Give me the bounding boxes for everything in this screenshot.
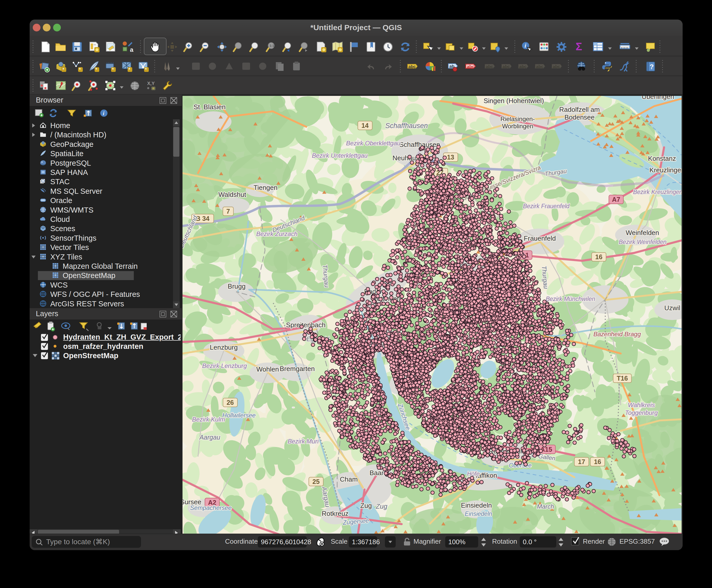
svg-text:Bezirk Weinfelden: Bezirk Weinfelden bbox=[619, 238, 667, 245]
svg-text:A7: A7 bbox=[612, 196, 620, 203]
svg-text:T16: T16 bbox=[617, 375, 628, 382]
svg-text:abc: abc bbox=[467, 64, 474, 69]
svg-text:Frauenfeld: Frauenfeld bbox=[524, 234, 556, 242]
svg-text:Toggenburg: Toggenburg bbox=[625, 409, 658, 416]
svg-text:16: 16 bbox=[595, 253, 603, 260]
svg-text:Lenzburg: Lenzburg bbox=[210, 343, 238, 351]
svg-text:Wahlkreis: Wahlkreis bbox=[628, 401, 655, 408]
svg-text:*: * bbox=[128, 67, 130, 72]
svg-text:Rotkreuz: Rotkreuz bbox=[322, 510, 348, 518]
svg-text:Einsiedeln: Einsiedeln bbox=[465, 510, 492, 517]
svg-text:abc: abc bbox=[503, 64, 510, 69]
svg-text:Höfe: Höfe bbox=[467, 470, 480, 477]
svg-text:abc: abc bbox=[486, 64, 493, 69]
svg-text:Sempachersee: Sempachersee bbox=[190, 504, 231, 511]
svg-text:Rielasingen-: Rielasingen- bbox=[500, 115, 535, 122]
svg-text:*: * bbox=[95, 67, 98, 72]
svg-text:17: 17 bbox=[578, 458, 585, 465]
svg-text:*: * bbox=[79, 67, 81, 72]
svg-text:16: 16 bbox=[594, 458, 601, 465]
svg-text:Einsiedeln: Einsiedeln bbox=[461, 501, 492, 509]
svg-text:*: * bbox=[62, 67, 64, 72]
svg-text:*: * bbox=[112, 67, 114, 72]
svg-text:Waldshut: Waldshut bbox=[218, 191, 246, 198]
svg-text:Wohlen: Wohlen bbox=[256, 365, 279, 373]
svg-text:Bezirk Frauenfeld: Bezirk Frauenfeld bbox=[523, 203, 570, 209]
svg-text:Worblingen: Worblingen bbox=[502, 123, 533, 130]
svg-text:14: 14 bbox=[361, 122, 369, 129]
svg-text:*: * bbox=[145, 67, 147, 72]
svg-text:Schaffhausen: Schaffhausen bbox=[385, 122, 428, 130]
svg-text:X,Y: X,Y bbox=[147, 81, 155, 86]
svg-text:Kreuzlingen: Kreuzlingen bbox=[649, 166, 683, 174]
svg-text:?: ? bbox=[650, 63, 654, 70]
svg-text:March: March bbox=[537, 503, 554, 510]
svg-text:Uzwil: Uzwil bbox=[664, 304, 680, 312]
svg-text:Bazenheid Bragg: Bazenheid Bragg bbox=[593, 331, 641, 338]
svg-text:Radolfzell am: Radolfzell am bbox=[559, 106, 600, 113]
svg-text:Bezirk Unterklettgau: Bezirk Unterklettgau bbox=[312, 152, 368, 159]
svg-text:Zug: Zug bbox=[375, 502, 387, 510]
svg-text:a: a bbox=[130, 46, 134, 53]
svg-text:i: i bbox=[103, 110, 104, 116]
svg-text:Bezirk Kreuzlingen: Bezirk Kreuzlingen bbox=[633, 189, 683, 195]
svg-text:Bodensee: Bodensee bbox=[564, 113, 594, 121]
svg-text:Cham: Cham bbox=[340, 476, 358, 483]
svg-text:Σ: Σ bbox=[576, 41, 582, 52]
svg-text:Weinfelden: Weinfelden bbox=[626, 229, 659, 236]
svg-text:25: 25 bbox=[312, 478, 320, 485]
svg-text:Bezirk Oberklettgau: Bezirk Oberklettgau bbox=[346, 140, 401, 147]
svg-text:1:1: 1:1 bbox=[270, 44, 274, 48]
svg-text:7: 7 bbox=[226, 208, 230, 215]
svg-text:Überlingen: Überlingen bbox=[642, 96, 674, 101]
svg-text:abc: abc bbox=[408, 64, 416, 69]
svg-text:13: 13 bbox=[447, 153, 454, 161]
svg-text:26: 26 bbox=[227, 399, 234, 406]
svg-text:Aargau: Aargau bbox=[199, 434, 220, 441]
svg-text:Bezirk Kulm: Bezirk Kulm bbox=[192, 416, 225, 423]
svg-text:Bezirk Zurzach: Bezirk Zurzach bbox=[256, 230, 298, 237]
svg-text:Bezirk Muri: Bezirk Muri bbox=[288, 438, 319, 445]
svg-text:Baar: Baar bbox=[370, 469, 384, 477]
svg-text:Hollwilersee: Hollwilersee bbox=[222, 412, 256, 419]
svg-text:St. Blasien: St. Blasien bbox=[194, 103, 226, 111]
svg-text:Zug: Zug bbox=[360, 502, 372, 509]
svg-text:Konstanz: Konstanz bbox=[648, 154, 676, 162]
svg-text:Tiengen: Tiengen bbox=[254, 184, 278, 191]
svg-text:Bezirk Lenzburg: Bezirk Lenzburg bbox=[202, 362, 247, 369]
svg-text:Bezirk Münchwilen: Bezirk Münchwilen bbox=[546, 296, 595, 302]
svg-text:abc: abc bbox=[553, 64, 560, 69]
svg-text:i: i bbox=[525, 43, 526, 49]
svg-text:Singen (Hohentwiel): Singen (Hohentwiel) bbox=[484, 97, 544, 105]
svg-text:abc: abc bbox=[519, 64, 527, 69]
svg-text:Spreitenbach: Spreitenbach bbox=[286, 321, 325, 329]
svg-text:Bremgarten: Bremgarten bbox=[280, 365, 315, 373]
svg-text:abc: abc bbox=[536, 64, 544, 69]
svg-text:Brugg: Brugg bbox=[228, 282, 245, 290]
